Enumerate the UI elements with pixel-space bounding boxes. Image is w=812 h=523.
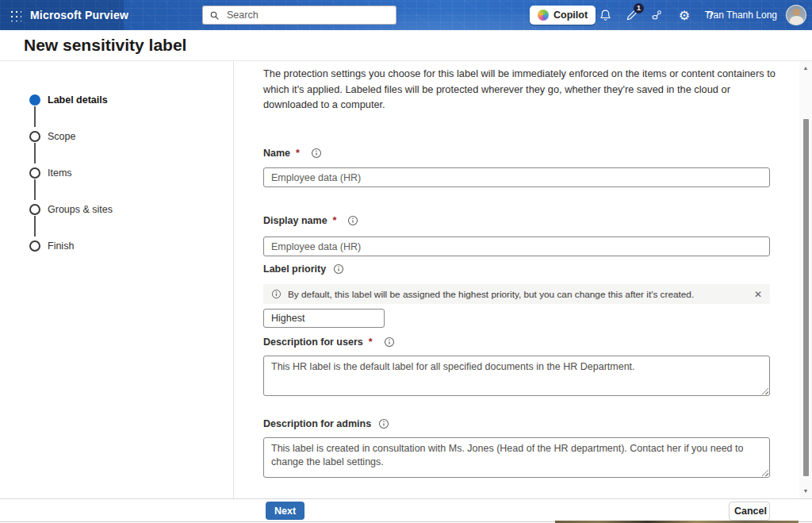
description-users-field: This HR label is the default label for a…	[263, 356, 770, 396]
step-connector	[34, 143, 36, 163]
whats-new-button[interactable]: 1	[619, 0, 643, 30]
search-icon	[209, 10, 220, 21]
display-name-label-row: Display name*	[263, 215, 358, 226]
step-connector	[34, 216, 36, 237]
notification-badge: 1	[634, 3, 644, 13]
step-label: Items	[48, 167, 72, 179]
cancel-button[interactable]: Cancel	[729, 502, 770, 521]
display-name-label: Display name	[263, 215, 327, 226]
info-icon[interactable]	[333, 263, 344, 275]
user-name[interactable]: Tran Thanh Long	[705, 0, 777, 30]
description-admins-label: Description for admins	[263, 418, 371, 429]
global-search[interactable]	[202, 6, 396, 25]
page-title: New sensitivity label	[24, 36, 186, 55]
scroll-up-icon[interactable]: ▲	[799, 63, 812, 74]
step-items[interactable]: Items	[0, 165, 222, 181]
required-marker: *	[369, 336, 373, 348]
share-icon	[650, 9, 664, 22]
step-connector	[34, 106, 36, 127]
scrollbar-thumb[interactable]	[803, 119, 809, 476]
wizard-footer: Next Cancel	[0, 498, 812, 522]
info-icon[interactable]	[347, 215, 358, 226]
step-label: Finish	[48, 240, 74, 252]
vertical-scrollbar[interactable]: ▲ ▼	[799, 61, 812, 498]
avatar[interactable]	[786, 5, 806, 25]
step-dot	[29, 131, 40, 142]
description-users-label: Description for users	[263, 336, 363, 348]
copilot-icon	[538, 10, 549, 21]
step-scope[interactable]: Scope	[0, 129, 222, 144]
step-label-details[interactable]: Label details	[0, 92, 222, 108]
info-icon	[271, 289, 282, 299]
search-input[interactable]	[225, 9, 389, 21]
copilot-label: Copilot	[553, 10, 588, 21]
copilot-button[interactable]: Copilot	[530, 6, 596, 25]
description-users-textarea[interactable]: This HR label is the default label for a…	[264, 356, 769, 395]
label-priority-label-row: Label priority	[263, 263, 344, 275]
step-dot	[29, 240, 40, 252]
info-icon[interactable]	[311, 148, 322, 159]
info-icon[interactable]	[378, 418, 389, 429]
label-priority-input[interactable]	[263, 309, 385, 328]
bell-icon	[599, 9, 612, 22]
page-header: New sensitivity label	[0, 30, 812, 61]
step-groups-sites[interactable]: Groups & sites	[0, 202, 222, 217]
notifications-button[interactable]	[593, 0, 617, 30]
app-launcher-icon[interactable]	[9, 9, 21, 21]
name-label: Name	[263, 148, 290, 159]
description-admins-field: This label is created in consultation wi…	[263, 437, 770, 478]
form-content: The protection settings you choose for t…	[235, 61, 812, 498]
required-marker: *	[296, 148, 300, 159]
step-dot-active	[29, 94, 40, 106]
next-button[interactable]: Next	[266, 502, 304, 520]
close-icon[interactable]: ✕	[754, 289, 762, 300]
banner-text: By default, this label will be assigned …	[288, 289, 748, 300]
settings-button[interactable]: ⚙	[672, 0, 696, 30]
step-label: Scope	[48, 131, 75, 142]
step-label: Groups & sites	[48, 204, 113, 215]
required-marker: *	[333, 215, 337, 226]
step-dot	[29, 167, 40, 179]
intro-paragraph: The protection settings you choose for t…	[263, 66, 777, 113]
priority-info-banner: By default, this label will be assigned …	[263, 284, 770, 304]
description-admins-label-row: Description for admins	[263, 418, 389, 429]
gear-icon: ⚙	[679, 8, 690, 23]
name-label-row: Name*	[263, 148, 322, 159]
app-title: Microsoft Purview	[30, 0, 128, 30]
scroll-down-icon[interactable]: ▼	[799, 486, 812, 497]
display-name-input[interactable]	[263, 237, 770, 256]
description-users-label-row: Description for users*	[263, 336, 395, 348]
step-connector	[34, 179, 36, 200]
top-app-bar: Microsoft Purview Copilot 1 ⚙ ? Tran Tha…	[0, 0, 812, 30]
step-dot	[29, 204, 40, 215]
step-label: Label details	[48, 94, 108, 106]
share-feedback-button[interactable]	[645, 0, 668, 30]
label-priority-label: Label priority	[263, 263, 326, 275]
wizard-stepper: Label details Scope Items Groups & sites…	[0, 61, 234, 498]
info-icon[interactable]	[384, 336, 395, 348]
name-input[interactable]	[263, 167, 770, 187]
description-admins-textarea[interactable]: This label is created in consultation wi…	[264, 438, 769, 477]
step-finish[interactable]: Finish	[0, 238, 222, 254]
